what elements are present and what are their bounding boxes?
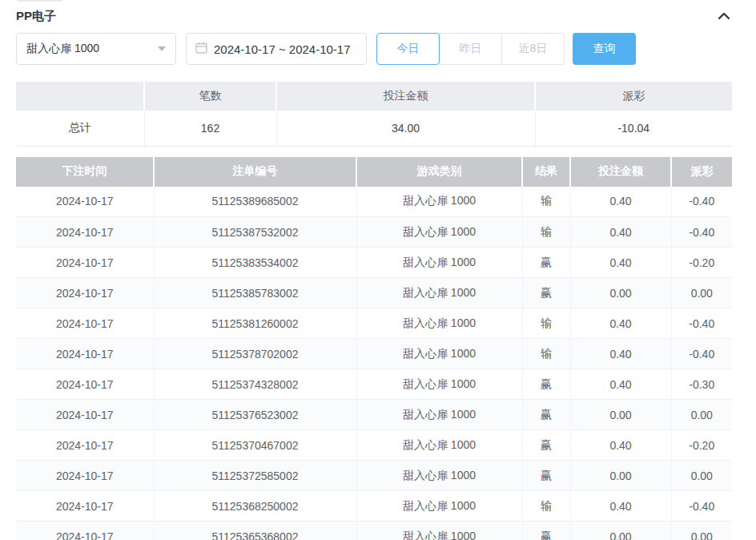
cell-game-category: 甜入心扉 1000: [356, 187, 522, 217]
cell-result: 输: [522, 491, 570, 522]
cell-bet-id: 51125370467002: [154, 430, 356, 461]
cell-game-category: 甜入心扉 1000: [356, 400, 522, 430]
cell-bet-time: 2024-10-17: [16, 339, 154, 369]
summary-col-payout: 派彩: [535, 82, 732, 111]
cell-game-category: 甜入心扉 1000: [356, 522, 522, 540]
cell-bet-id: 51125368250002: [154, 491, 356, 522]
cell-game-category: 甜入心扉 1000: [356, 491, 522, 522]
cell-game-category: 甜入心扉 1000: [356, 278, 522, 308]
cell-payout: -0.40: [671, 491, 732, 522]
cell-bet-amount: 0.40: [570, 308, 671, 339]
cell-payout: -0.20: [671, 430, 732, 461]
cell-result: 赢: [522, 430, 570, 461]
page-title: PP电子: [16, 9, 56, 24]
cell-bet-time: 2024-10-17: [16, 278, 154, 308]
col-bet-time: 下注时间: [16, 157, 154, 187]
cell-bet-id: 51125374328002: [154, 369, 356, 400]
cell-result: 赢: [522, 248, 570, 278]
cell-bet-time: 2024-10-17: [16, 491, 154, 522]
cell-bet-amount: 0.40: [570, 430, 671, 461]
table-row: 2024-10-17 51125365368002 甜入心扉 1000 赢 0.…: [16, 522, 732, 540]
collapse-panel-button[interactable]: [716, 8, 732, 24]
cell-bet-time: 2024-10-17: [16, 522, 154, 540]
cell-bet-amount: 0.00: [570, 400, 671, 430]
cell-bet-amount: 0.40: [570, 217, 671, 248]
bet-table-body: 2024-10-17 51125389685002 甜入心扉 1000 输 0.…: [16, 187, 732, 540]
cell-game-category: 甜入心扉 1000: [356, 308, 522, 339]
cell-bet-id: 51125389685002: [154, 187, 356, 217]
table-row: 2024-10-17 51125383534002 甜入心扉 1000 赢 0.…: [16, 248, 732, 278]
table-row: 2024-10-17 51125385783002 甜入心扉 1000 赢 0.…: [16, 278, 732, 308]
cell-result: 赢: [522, 522, 570, 540]
filter-bar: 甜入心扉 1000 2024-10-17 ~ 2024-10-17 今日 昨日 …: [16, 33, 732, 65]
game-select-value: 甜入心扉 1000: [26, 42, 99, 56]
date-quick-buttons: 今日 昨日 近8日: [376, 33, 565, 65]
cell-bet-id: 51125387532002: [154, 217, 356, 248]
cell-payout: -0.30: [671, 369, 732, 400]
table-row: 2024-10-17 51125372585002 甜入心扉 1000 赢 0.…: [16, 461, 732, 491]
cell-game-category: 甜入心扉 1000: [356, 369, 522, 400]
cell-bet-amount: 0.40: [570, 187, 671, 217]
summary-col-count: 笔数: [144, 82, 276, 111]
summary-count-value: 162: [144, 111, 276, 146]
table-row: 2024-10-17 51125381260002 甜入心扉 1000 输 0.…: [16, 308, 732, 339]
cell-result: 赢: [522, 278, 570, 308]
summary-header-row: 笔数 投注金额 派彩: [16, 82, 732, 111]
cell-payout: -0.40: [671, 339, 732, 369]
summary-total-label: 总计: [16, 111, 144, 146]
cell-payout: -0.20: [671, 248, 732, 278]
chevron-up-icon: [718, 10, 730, 22]
cell-bet-amount: 0.00: [570, 522, 671, 540]
summary-col-bet-amount: 投注金额: [276, 82, 535, 111]
cell-result: 赢: [522, 461, 570, 491]
today-button[interactable]: 今日: [376, 33, 440, 65]
pp-electronic-panel: PP电子 甜入心扉 1000 2024-10-17 ~ 2024-10-17 今…: [0, 0, 756, 540]
col-payout: 派彩: [671, 157, 732, 187]
cell-bet-time: 2024-10-17: [16, 217, 154, 248]
table-row: 2024-10-17 51125368250002 甜入心扉 1000 输 0.…: [16, 491, 732, 522]
date-range-input[interactable]: 2024-10-17 ~ 2024-10-17: [186, 33, 367, 65]
cell-payout: 0.00: [671, 461, 732, 491]
caret-down-icon: [158, 46, 166, 51]
calendar-icon: [195, 42, 207, 56]
col-result: 结果: [522, 157, 570, 187]
table-row: 2024-10-17 51125389685002 甜入心扉 1000 输 0.…: [16, 187, 732, 217]
cell-bet-id: 51125385783002: [154, 278, 356, 308]
cell-payout: -0.40: [671, 308, 732, 339]
col-bet-amount: 投注金额: [570, 157, 671, 187]
cell-bet-time: 2024-10-17: [16, 308, 154, 339]
cell-bet-id: 51125376523002: [154, 400, 356, 430]
query-button[interactable]: 查询: [573, 33, 636, 65]
cell-bet-time: 2024-10-17: [16, 400, 154, 430]
col-game-category: 游戏类别: [356, 157, 522, 187]
summary-payout-value: -10.04: [535, 111, 732, 146]
yesterday-button[interactable]: 昨日: [439, 33, 502, 65]
cell-bet-amount: 0.40: [570, 248, 671, 278]
summary-total-row: 总计 162 34.00 -10.04: [16, 111, 732, 146]
col-bet-id: 注单编号: [154, 157, 356, 187]
cell-result: 输: [522, 187, 570, 217]
cell-game-category: 甜入心扉 1000: [356, 461, 522, 491]
summary-col-blank: [16, 82, 144, 111]
cell-result: 输: [522, 339, 570, 369]
table-row: 2024-10-17 51125376523002 甜入心扉 1000 赢 0.…: [16, 400, 732, 430]
bet-records-table: 下注时间 注单编号 游戏类别 结果 投注金额 派彩 2024-10-17 511…: [16, 157, 732, 540]
cell-result: 输: [522, 308, 570, 339]
cell-bet-time: 2024-10-17: [16, 369, 154, 400]
game-select[interactable]: 甜入心扉 1000: [16, 33, 176, 65]
table-row: 2024-10-17 51125374328002 甜入心扉 1000 赢 0.…: [16, 369, 732, 400]
cell-payout: 0.00: [671, 278, 732, 308]
cell-payout: 0.00: [671, 400, 732, 430]
cell-result: 赢: [522, 369, 570, 400]
cell-result: 赢: [522, 400, 570, 430]
last-8-days-button[interactable]: 近8日: [501, 33, 565, 65]
cell-payout: -0.40: [671, 187, 732, 217]
cell-game-category: 甜入心扉 1000: [356, 248, 522, 278]
cell-bet-time: 2024-10-17: [16, 248, 154, 278]
table-row: 2024-10-17 51125378702002 甜入心扉 1000 输 0.…: [16, 339, 732, 369]
cell-bet-time: 2024-10-17: [16, 430, 154, 461]
cell-game-category: 甜入心扉 1000: [356, 339, 522, 369]
cell-bet-time: 2024-10-17: [16, 187, 154, 217]
cell-bet-id: 51125378702002: [154, 339, 356, 369]
cell-payout: -0.40: [671, 217, 732, 248]
